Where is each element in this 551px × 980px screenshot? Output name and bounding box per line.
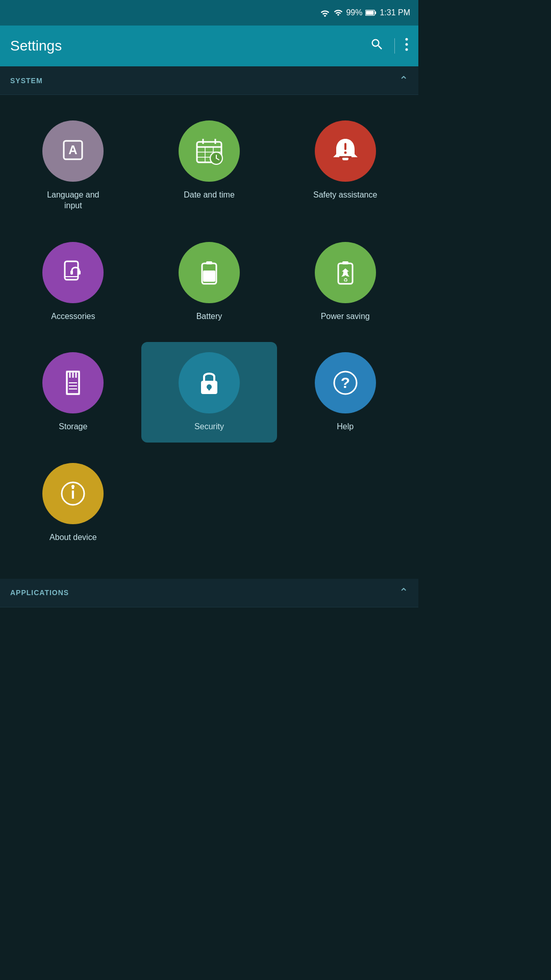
svg-rect-26: [70, 271, 73, 275]
help-item[interactable]: ? Help: [277, 342, 413, 443]
clock: 1:31 PM: [380, 8, 410, 17]
page-title: Settings: [10, 38, 62, 54]
storage-item[interactable]: Storage: [5, 342, 141, 443]
svg-rect-1: [375, 11, 377, 14]
storage-icon: [42, 352, 104, 413]
power-saving-item[interactable]: ♻ Power saving: [277, 232, 413, 332]
date-time-label: Date and time: [184, 190, 235, 201]
settings-grid: A Language andinput: [0, 95, 418, 569]
security-label: Security: [194, 422, 224, 432]
battery-item[interactable]: Battery: [141, 232, 278, 332]
date-time-item[interactable]: Date and time: [141, 110, 278, 222]
svg-point-5: [406, 48, 408, 51]
safety-icon: [315, 120, 376, 182]
header: Settings: [0, 26, 418, 66]
language-input-item[interactable]: A Language andinput: [5, 110, 141, 222]
svg-rect-30: [203, 271, 215, 282]
applications-section-header[interactable]: APPLICATIONS ⌃: [0, 579, 418, 607]
system-collapse-icon[interactable]: ⌃: [399, 74, 408, 87]
battery-label: Battery: [196, 311, 222, 322]
system-section-header[interactable]: SYSTEM ⌃: [0, 66, 418, 95]
system-section-title: SYSTEM: [10, 77, 43, 85]
svg-point-4: [406, 43, 408, 45]
svg-rect-32: [342, 261, 348, 264]
svg-rect-21: [344, 143, 346, 150]
accessories-icon: [42, 242, 104, 303]
svg-point-3: [406, 38, 408, 40]
search-button[interactable]: [370, 37, 384, 55]
status-bar: 99% 1:31 PM: [0, 0, 418, 26]
svg-rect-29: [206, 261, 212, 264]
about-icon: i: [42, 463, 104, 524]
svg-rect-27: [78, 271, 81, 275]
about-device-label: About device: [49, 532, 97, 543]
power-saving-label: Power saving: [321, 311, 370, 322]
battery-status-icon: [365, 9, 377, 16]
help-icon: ?: [315, 352, 376, 413]
accessories-label: Accessories: [51, 311, 95, 322]
safety-assistance-item[interactable]: Safety assistance: [277, 110, 413, 222]
help-label: Help: [337, 422, 354, 432]
signal-icon: [334, 8, 343, 17]
svg-text:♻: ♻: [343, 277, 347, 283]
header-actions: [370, 37, 408, 55]
svg-rect-23: [339, 156, 352, 158]
svg-text:A: A: [69, 143, 78, 157]
about-device-item[interactable]: i About device: [5, 453, 141, 553]
svg-point-48: [71, 485, 74, 488]
svg-rect-2: [366, 11, 374, 15]
applications-expand-icon[interactable]: ⌃: [399, 586, 408, 599]
power-saving-icon: ♻: [315, 242, 376, 303]
date-time-icon: [179, 120, 240, 182]
language-icon: A: [42, 120, 104, 182]
battery-icon: [179, 242, 240, 303]
wifi-icon: [319, 8, 331, 17]
security-icon: [179, 352, 240, 413]
svg-rect-43: [208, 387, 210, 390]
svg-text:?: ?: [340, 374, 349, 391]
accessories-item[interactable]: Accessories: [5, 232, 141, 332]
header-divider: [394, 38, 395, 54]
storage-label: Storage: [59, 422, 87, 432]
more-options-button[interactable]: [405, 37, 408, 55]
battery-percentage: 99%: [346, 8, 362, 17]
security-item[interactable]: Security: [141, 342, 278, 443]
svg-point-22: [344, 152, 346, 154]
applications-section-title: APPLICATIONS: [10, 589, 69, 597]
status-icons: 99% 1:31 PM: [319, 8, 410, 17]
safety-assistance-label: Safety assistance: [313, 190, 377, 201]
language-input-label: Language andinput: [47, 190, 99, 211]
